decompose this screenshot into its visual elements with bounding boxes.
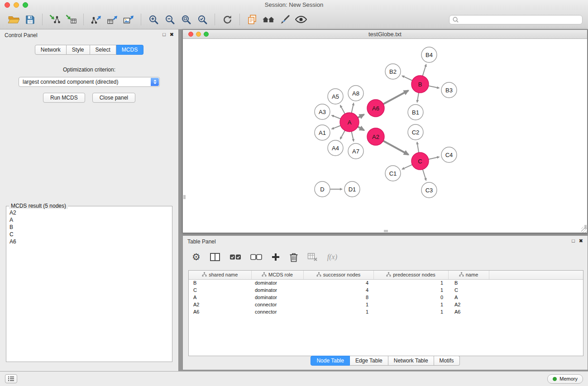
cell-successor-nodes[interactable]: 4 <box>303 286 373 294</box>
tab-motifs[interactable]: Motifs <box>434 356 460 366</box>
cell-successor-nodes[interactable]: 4 <box>303 279 373 286</box>
node-B3[interactable]: B3 <box>441 82 457 98</box>
cell-predecessor-nodes[interactable]: 1 <box>373 301 448 308</box>
table-row-A6[interactable]: A6connector11A6 <box>189 308 583 315</box>
node-D1[interactable]: D1 <box>344 181 360 197</box>
node-A1[interactable]: A1 <box>315 125 330 140</box>
column-header-name[interactable]: name <box>448 271 489 279</box>
node-C4[interactable]: C4 <box>441 147 457 162</box>
resize-grip[interactable] <box>581 227 587 233</box>
edge-A2-C[interactable] <box>383 141 409 155</box>
cell-name[interactable]: A <box>448 294 489 301</box>
mcds-result-list[interactable]: A2 A B C A6 <box>6 206 172 248</box>
network-window-titlebar[interactable]: testGlobe.txt <box>183 30 587 39</box>
node-A6[interactable]: A6 <box>367 100 384 117</box>
tab-network-table[interactable]: Network Table <box>388 356 434 366</box>
home-button[interactable] <box>260 12 277 27</box>
memory-button[interactable]: Memory <box>547 374 583 384</box>
function-builder-button[interactable]: f(x) <box>327 250 337 264</box>
column-header-predecessor-nodes[interactable]: predecessor nodes <box>373 271 448 279</box>
task-history-button[interactable] <box>5 374 17 383</box>
tab-select[interactable]: Select <box>90 45 116 55</box>
network-canvas[interactable]: B4B2BB3A8A5A6B1A3AA1C2A2A4A7C4CC1C3DD1 <box>183 39 587 232</box>
cell-name[interactable]: B <box>448 279 489 286</box>
search-box[interactable] <box>449 15 583 24</box>
float-panel-icon[interactable]: □ <box>572 238 575 244</box>
table-row-B[interactable]: Bdominator41B <box>189 279 583 286</box>
node-A5[interactable]: A5 <box>328 89 343 104</box>
cell-shared-name[interactable]: C <box>189 286 251 294</box>
cell-name[interactable]: A2 <box>448 301 489 308</box>
node-B4[interactable]: B4 <box>421 47 437 62</box>
cell-MCDS-role[interactable]: dominator <box>251 286 303 294</box>
column-header-MCDS-role[interactable]: MCDS role <box>251 271 303 279</box>
node-C[interactable]: C <box>411 152 429 170</box>
column-header-successor-nodes[interactable]: successor nodes <box>303 271 373 279</box>
node-B1[interactable]: B1 <box>408 105 423 120</box>
node-B2[interactable]: B2 <box>385 64 401 79</box>
cell-shared-name[interactable]: A6 <box>189 308 251 315</box>
edge-B-B2[interactable] <box>402 76 412 81</box>
cell-successor-nodes[interactable]: 1 <box>303 308 373 315</box>
column-header-shared-name[interactable]: shared name <box>189 271 251 279</box>
export-image-button[interactable] <box>120 12 137 27</box>
delete-column-button[interactable] <box>289 250 298 264</box>
import-table-button[interactable] <box>63 12 79 27</box>
export-network-button[interactable] <box>88 12 104 27</box>
edge-A6-B[interactable] <box>383 91 408 104</box>
zoom-in-button[interactable] <box>145 12 162 27</box>
table-row-C[interactable]: Cdominator41C <box>189 286 583 294</box>
result-item[interactable]: B <box>10 224 169 231</box>
cell-successor-nodes[interactable]: 8 <box>303 294 373 301</box>
vertical-scroll-indicator[interactable] <box>183 195 186 199</box>
zoom-fit-button[interactable] <box>178 12 194 27</box>
edge-A-A3[interactable] <box>332 115 341 119</box>
result-item[interactable]: C <box>10 231 169 238</box>
show-columns-button[interactable] <box>210 250 220 264</box>
close-panel-button[interactable]: Close panel <box>92 93 135 103</box>
edge-B-B1[interactable] <box>417 93 419 102</box>
delete-table-button[interactable] <box>307 250 318 264</box>
cell-shared-name[interactable]: A2 <box>189 301 251 308</box>
cell-name[interactable]: A6 <box>448 308 489 315</box>
edge-A-A5[interactable] <box>340 105 345 114</box>
save-session-button[interactable] <box>22 12 38 27</box>
edge-A-A2[interactable] <box>358 127 364 130</box>
node-A2[interactable]: A2 <box>367 128 384 145</box>
close-panel-icon[interactable]: ✖ <box>170 31 174 38</box>
node-A8[interactable]: A8 <box>348 86 363 101</box>
tab-mcds[interactable]: MCDS <box>116 45 143 55</box>
annotation-button[interactable] <box>244 12 260 27</box>
horizontal-scroll-indicator[interactable] <box>384 230 388 232</box>
edge-A-A1[interactable] <box>332 126 341 129</box>
zoom-out-button[interactable] <box>162 12 178 27</box>
node-B[interactable]: B <box>411 76 429 93</box>
edge-C-C3[interactable] <box>423 169 426 181</box>
node-C3[interactable]: C3 <box>421 182 437 198</box>
edge-C-C1[interactable] <box>402 165 412 169</box>
search-input[interactable] <box>459 16 579 23</box>
edge-C-C2[interactable] <box>417 142 419 152</box>
node-A[interactable]: A <box>340 113 359 132</box>
node-A3[interactable]: A3 <box>315 104 330 119</box>
edge-C-C4[interactable] <box>429 157 440 159</box>
cell-MCDS-role[interactable]: connector <box>251 308 303 315</box>
zoom-selected-button[interactable] <box>194 12 210 27</box>
export-table-button[interactable] <box>104 12 120 27</box>
float-panel-icon[interactable]: □ <box>163 31 166 38</box>
deselect-all-button[interactable] <box>250 250 262 264</box>
node-A4[interactable]: A4 <box>328 140 343 156</box>
table-row-A2[interactable]: A2connector11A2 <box>189 301 583 308</box>
node-table-container[interactable]: shared nameMCDS rolesuccessor nodesprede… <box>188 270 583 356</box>
network-view[interactable]: B4B2BB3A8A5A6B1A3AA1C2A2A4A7C4CC1C3DD1 <box>183 39 587 233</box>
tab-network[interactable]: Network <box>35 45 67 55</box>
refresh-button[interactable] <box>219 12 235 27</box>
table-settings-button[interactable]: ⚙ <box>192 250 201 264</box>
cell-MCDS-role[interactable]: dominator <box>251 294 303 301</box>
cell-MCDS-role[interactable]: connector <box>251 301 303 308</box>
tab-style[interactable]: Style <box>67 45 90 55</box>
zoom-network-window-button[interactable] <box>204 32 209 37</box>
node-C1[interactable]: C1 <box>385 166 401 181</box>
edge-A-A4[interactable] <box>340 130 345 139</box>
close-panel-icon[interactable]: ✖ <box>579 238 583 244</box>
